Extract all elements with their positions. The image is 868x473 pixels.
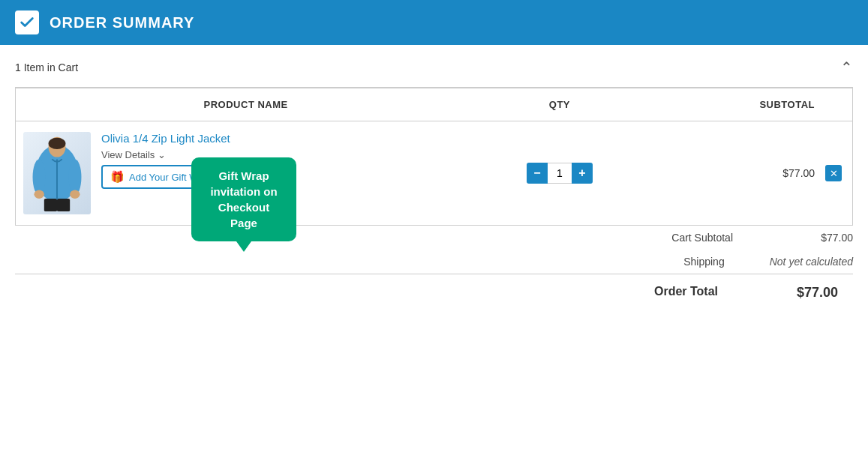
svg-point-6 — [34, 190, 44, 198]
shipping-label: Shipping — [612, 256, 725, 268]
order-total-label: Order Total — [605, 285, 718, 301]
qty-input[interactable] — [548, 163, 572, 184]
qty-cell: − + — [476, 121, 643, 226]
qty-increase-button[interactable]: + — [572, 163, 593, 184]
tooltip-bubble: Gift Wrap invitation on Checkout Page — [191, 157, 296, 241]
product-info: Olivia 1/4 Zip Light Jacket View Details… — [101, 132, 230, 189]
cart-count: 1 Item in Cart — [15, 61, 78, 73]
gift-wrap-wrap: 🎁 Add Your Gift Wrap Gift Wrap invitatio… — [101, 165, 230, 189]
gift-icon: 🎁 — [110, 170, 125, 184]
order-table-wrapper: PRODUCT NAME QTY SUBTOTAL — [0, 88, 868, 226]
table-row: Olivia 1/4 Zip Light Jacket View Details… — [16, 121, 853, 226]
subtotal-value: $77.00 — [782, 167, 815, 179]
page-title: ORDER SUMMARY — [50, 14, 194, 31]
shipping-row: Shipping Not yet calculated — [0, 250, 868, 274]
svg-rect-8 — [44, 198, 57, 211]
subtotal-cell: $77.00 ✕ — [643, 121, 852, 226]
col-subtotal: SUBTOTAL — [643, 88, 852, 121]
svg-rect-9 — [57, 198, 70, 211]
svg-point-4 — [33, 159, 46, 195]
cart-in-cart-label: in Cart — [47, 61, 78, 73]
product-name: Olivia 1/4 Zip Light Jacket — [101, 132, 230, 145]
svg-point-7 — [70, 190, 80, 198]
cart-item-label: Item — [24, 61, 44, 73]
tooltip-text: Gift Wrap invitation on Checkout Page — [210, 169, 277, 229]
qty-decrease-button[interactable]: − — [527, 163, 548, 184]
cart-count-number: 1 — [15, 61, 21, 73]
svg-point-5 — [68, 159, 81, 195]
cart-subtotal-label: Cart Subtotal — [620, 232, 733, 244]
cart-summary-row: 1 Item in Cart ⌃ — [0, 45, 868, 87]
shipping-value: Not yet calculated — [770, 256, 853, 268]
order-total-row: Order Total $77.00 — [15, 274, 853, 311]
product-image — [23, 132, 91, 214]
product-cell: Olivia 1/4 Zip Light Jacket View Details… — [16, 121, 476, 226]
chevron-down-icon: ⌄ — [158, 149, 166, 160]
svg-point-2 — [49, 137, 66, 148]
check-icon — [15, 10, 39, 34]
order-table: PRODUCT NAME QTY SUBTOTAL — [15, 88, 853, 226]
order-header: ORDER SUMMARY — [0, 0, 868, 45]
col-product: PRODUCT NAME — [16, 88, 476, 121]
cart-subtotal-value: $77.00 — [778, 232, 853, 244]
remove-item-button[interactable]: ✕ — [825, 165, 842, 181]
col-qty: QTY — [476, 88, 643, 121]
view-details-label: View Details — [101, 149, 155, 160]
chevron-up-icon[interactable]: ⌃ — [840, 58, 853, 76]
order-total-value: $77.00 — [763, 285, 838, 301]
cart-subtotal-row: Cart Subtotal $77.00 — [0, 226, 868, 250]
qty-controls: − + — [527, 163, 593, 184]
totals-section: Cart Subtotal $77.00 Shipping Not yet ca… — [0, 226, 868, 311]
